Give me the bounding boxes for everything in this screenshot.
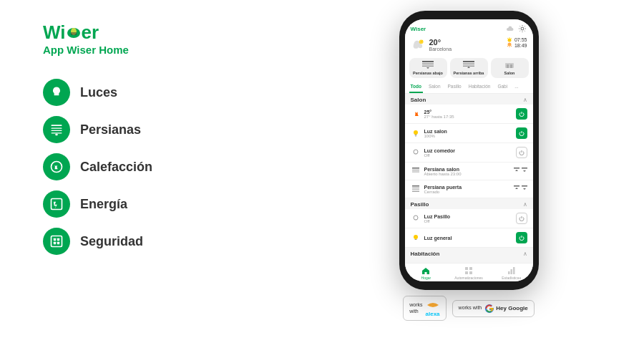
svg-point-48 [414, 216, 418, 220]
seguridad-label: Seguridad [80, 234, 143, 249]
nav-hogar[interactable]: Hogar [405, 266, 448, 280]
svg-rect-14 [54, 242, 56, 244]
svg-rect-51 [414, 239, 416, 240]
persiana-salon-icon [411, 166, 421, 176]
persianas-abajo-label: Persianas abajo [413, 71, 443, 75]
menu-item-calefaccion[interactable]: Calefacción [43, 153, 152, 180]
svg-rect-13 [57, 238, 59, 241]
blind-up-icon[interactable] [514, 168, 519, 175]
blind-down2-icon[interactable] [522, 185, 527, 193]
persiana-salon-name: Persiana salon [424, 167, 462, 172]
svg-rect-42 [412, 185, 419, 187]
tab-todo[interactable]: Todo [409, 81, 423, 93]
svg-point-32 [414, 130, 418, 135]
svg-rect-15 [57, 242, 59, 244]
section-habitacion: Habitación ∧ [405, 248, 533, 258]
persianas-abajo-icon [422, 61, 434, 69]
sunrise-icon [507, 37, 512, 42]
header-icons [504, 24, 527, 34]
nav-stats-label: Estadísticas [502, 276, 521, 280]
svg-rect-36 [414, 154, 416, 155]
right-panel: Wiser [301, 0, 644, 358]
svg-rect-27 [463, 64, 474, 65]
menu-item-seguridad[interactable]: Seguridad [43, 228, 152, 255]
quick-btn-persianas-abajo[interactable]: Persianas abajo [409, 58, 447, 78]
amazon-logo-icon [426, 299, 440, 311]
nav-auto-label: Automatizaciones [454, 276, 482, 280]
svg-rect-45 [412, 191, 419, 192]
google-badge: works with Hey Google [452, 300, 535, 317]
svg-rect-39 [412, 172, 419, 173]
phone-screen: Wiser [405, 19, 533, 281]
salon-title: Salon [411, 97, 426, 103]
nav-estadisticas[interactable]: Estadísticas [490, 266, 533, 280]
luz-comedor-name: Luz comedor [424, 148, 456, 153]
tab-salon[interactable]: Salon [427, 81, 442, 93]
quick-btn-salon[interactable]: Salon [491, 58, 529, 78]
seguridad-icon-circle [43, 228, 70, 255]
luz-pasillo-btn[interactable] [516, 213, 527, 224]
svg-rect-8 [55, 134, 57, 136]
menu-item-energia[interactable]: Energía [43, 190, 152, 218]
svg-rect-31 [510, 64, 512, 68]
luz-salon-name: Luz salon [424, 129, 447, 134]
alexa-badge: works with alexa [403, 296, 446, 321]
logo-text2: er [82, 21, 99, 44]
svg-point-35 [414, 150, 418, 154]
svg-rect-11 [52, 236, 62, 247]
tab-gabi[interactable]: Gabi [496, 81, 509, 93]
heat-power-btn[interactable] [516, 108, 527, 120]
temperature: 20° [429, 38, 452, 47]
energia-label: Energía [80, 197, 127, 212]
svg-rect-34 [415, 136, 416, 137]
bulb-icon [49, 85, 64, 100]
blind-down-icon[interactable] [522, 168, 527, 175]
persiana-puerta-status: Cerrado [424, 190, 462, 194]
home-nav-icon [421, 266, 431, 275]
logo-area: Wi er App Wiser Home [43, 21, 129, 73]
luz-salon-icon [411, 128, 421, 138]
svg-rect-54 [465, 271, 468, 274]
pasillo-chevron: ∧ [523, 201, 527, 208]
energy-icon [49, 197, 64, 211]
persianas-label: Persianas [80, 122, 141, 137]
tab-more[interactable]: ... [513, 81, 519, 93]
sunset-icon [507, 42, 512, 48]
luz-salon-btn[interactable] [516, 127, 527, 139]
persiana-salon-status: Abierto hasta 23:00 [424, 172, 462, 176]
salon-icon [504, 61, 515, 69]
stats-nav-icon [507, 266, 517, 275]
blind-up2-icon[interactable] [514, 185, 519, 193]
luz-comedor-status: Off [424, 153, 456, 158]
svg-rect-40 [514, 168, 519, 169]
luz-general-btn[interactable] [516, 232, 527, 243]
salon-label: Salon [504, 71, 515, 75]
tab-habitacion[interactable]: Habitación [467, 81, 492, 93]
cloud-icon [504, 24, 514, 34]
security-icon [49, 234, 64, 248]
alexa-with-text: with [409, 309, 422, 314]
nav-automatizaciones[interactable]: Automatizaciones [447, 266, 490, 280]
tab-pasillo[interactable]: Pasillo [447, 81, 463, 93]
phone-wrapper: Wiser [399, 11, 539, 290]
persiana-puerta-controls [514, 185, 527, 193]
svg-point-50 [414, 235, 418, 239]
svg-point-21 [507, 39, 511, 42]
svg-rect-58 [513, 267, 515, 274]
logo-text: Wi [43, 21, 66, 44]
luz-salon-status: 100% [424, 134, 447, 138]
heat-device-icon [411, 109, 421, 119]
menu-item-persianas[interactable]: Persianas [43, 116, 152, 143]
svg-rect-25 [422, 66, 434, 67]
quick-btn-persianas-arriba[interactable]: Persianas arriba [450, 58, 488, 78]
luz-comedor-btn[interactable] [516, 147, 527, 158]
svg-rect-30 [507, 64, 509, 68]
blind-icon [49, 122, 64, 137]
calefaccion-icon-circle [43, 153, 70, 180]
left-panel: Wi er App Wiser Home Luces [0, 0, 301, 358]
menu-item-luces[interactable]: Luces [43, 79, 152, 106]
settings-icon[interactable] [517, 24, 527, 34]
screen-tabs: Todo Salon Pasillo Habitación Gabi ... [405, 81, 533, 94]
energia-icon-circle [43, 190, 70, 218]
persianas-arriba-label: Persianas arriba [454, 71, 484, 75]
